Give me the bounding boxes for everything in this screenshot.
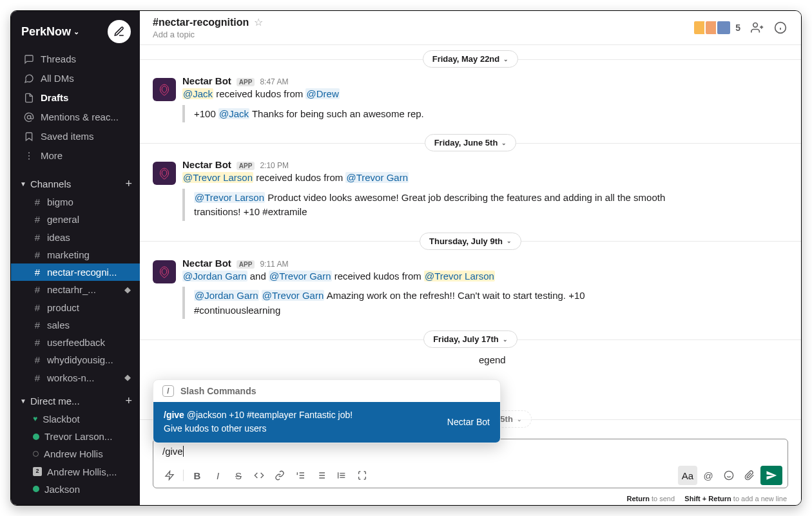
svg-point-4 [753,23,758,28]
channel-nectar-recognition[interactable]: #nectar-recogni... [11,263,140,281]
hash-icon: # [33,282,42,297]
mention[interactable]: @Drew [305,88,339,99]
message-text: @Trevor Larson received kudos from @Trev… [182,171,788,186]
member-count: 5 [735,23,740,33]
channel-name-button[interactable]: #nectar-recognition ☆ [153,16,263,28]
link-icon[interactable] [270,466,289,485]
mention[interactable]: @Trevor Larson [194,192,265,203]
nav-saved[interactable]: Saved items [11,127,140,146]
channel-product[interactable]: #product [11,299,140,316]
mention[interactable]: @Jordan Garn [194,290,259,301]
channel-sales[interactable]: #sales [11,316,140,334]
dm-slackbot[interactable]: ♥Slackbot [11,410,140,428]
group-count-badge: 2 [33,467,42,476]
dm-jackson[interactable]: Jackson [11,481,140,498]
message-time: 9:11 AM [260,260,288,269]
slash-command-item[interactable]: /give @jackson +10 #teamplayer Fantastic… [153,402,500,443]
nav-threads[interactable]: Threads [11,50,140,69]
nav-more[interactable]: More [11,146,140,166]
nav-drafts[interactable]: Drafts [11,88,140,108]
primary-nav: Threads All DMs Drafts Mentions & reac..… [11,50,140,169]
message-author[interactable]: Nectar Bot [182,159,231,170]
strike-icon[interactable]: S [229,466,248,485]
svg-point-3 [28,158,30,160]
mention[interactable]: @Trevor Larson [424,271,495,282]
channel-userfeedback[interactable]: #userfeedback [11,334,140,351]
more-icon [24,151,34,161]
message-author[interactable]: Nectar Bot [182,75,231,86]
mention[interactable]: @Jack [182,88,213,99]
channel-nectarhr[interactable]: #nectarhr_...◆ [11,281,140,298]
add-channel-button[interactable]: + [125,177,132,191]
workspace-header: PerkNow ⌄ [11,11,140,50]
add-people-icon[interactable] [751,21,764,34]
mention[interactable]: @Trevor Garn [345,172,409,183]
ordered-list-icon[interactable] [291,466,310,485]
quote-icon[interactable] [332,466,351,485]
emoji-icon[interactable] [719,466,739,485]
date-divider: Thursday, July 9th⌄ [140,233,801,250]
svg-point-24 [724,471,733,479]
member-avatars[interactable]: 5 [693,20,740,35]
presence-online-icon [33,434,39,440]
chevron-down-icon: ⌄ [503,56,508,62]
message-author[interactable]: Nectar Bot [182,258,231,269]
workspace-switcher[interactable]: PerkNow ⌄ [21,25,79,39]
format-toggle-icon[interactable]: Aa [678,466,697,485]
dm-heading[interactable]: ▼Direct me... + [11,392,140,410]
quote-block: @Jordan Garn @Trevor Garn Amazing work o… [182,287,672,319]
mention[interactable]: @Trevor Garn [262,290,325,301]
chevron-down-icon: ⌄ [501,140,507,146]
mention-icon[interactable]: @ [699,466,718,485]
channel-whydidyousig[interactable]: #whydidyousig... [11,351,140,368]
channel-ideas[interactable]: #ideas [11,229,140,246]
message-time: 8:47 AM [260,77,288,86]
date-pill[interactable]: Friday, July 17th⌄ [423,330,517,348]
code-icon[interactable] [249,466,269,485]
compose-button[interactable] [108,20,131,43]
app-badge: APP [237,78,255,86]
nav-mentions[interactable]: Mentions & reac... [11,108,140,127]
channels-heading[interactable]: ▼Channels + [11,175,140,193]
presence-online-icon [33,486,39,492]
star-icon[interactable]: ☆ [254,16,263,28]
shortcuts-icon[interactable] [160,466,179,485]
mention[interactable]: @Trevor Larson [182,172,253,183]
code-block-icon[interactable] [353,466,372,485]
date-pill[interactable]: Friday, June 5th⌄ [425,134,517,151]
date-pill[interactable]: Thursday, July 9th⌄ [420,233,521,250]
channel-marketing[interactable]: #marketing [11,246,140,263]
message: Nectar BotAPP9:11 AM @Jordan Garn and @T… [140,254,801,326]
mention[interactable]: @Jack [218,108,249,119]
dm-andrew-hollis-group[interactable]: 2Andrew Hollis,... [11,463,140,481]
hash-icon: # [33,318,42,332]
dm-trevor-larson[interactable]: Trevor Larson... [11,428,140,445]
attach-icon[interactable] [740,466,759,485]
dm-andrew-hollis[interactable]: Andrew Hollis [11,445,140,463]
send-button[interactable] [760,466,782,485]
message-text: @Jordan Garn and @Trevor Garn received k… [182,269,788,284]
mention[interactable]: @Trevor Garn [269,271,332,282]
hash-icon: # [33,230,42,245]
avatar [716,20,731,35]
add-dm-button[interactable]: + [125,394,132,408]
bookmark-icon [24,131,34,142]
quote-block: @Trevor Larson Product video looks aweso… [182,189,672,221]
date-pill[interactable]: Friday, May 22nd⌄ [423,50,519,68]
nav-all-dms[interactable]: All DMs [11,69,140,88]
info-icon[interactable] [774,21,787,34]
channel-workos[interactable]: #workos-n...◆ [11,369,140,387]
mention[interactable]: @Jordan Garn [182,271,247,282]
hash-icon: # [33,247,42,262]
channel-topic[interactable]: Add a topic [153,30,263,39]
bold-icon[interactable]: B [188,466,207,485]
bot-avatar [153,162,176,185]
bullet-list-icon[interactable] [311,466,331,485]
channel-bigmo[interactable]: #bigmo [11,193,140,211]
workspace-name: PerkNow [21,25,71,39]
composer: /give B I S [153,439,788,488]
italic-icon[interactable]: I [208,466,227,485]
message-time: 2:10 PM [260,161,289,170]
chevron-down-icon: ⌄ [517,416,522,423]
channel-general[interactable]: #general [11,211,140,228]
